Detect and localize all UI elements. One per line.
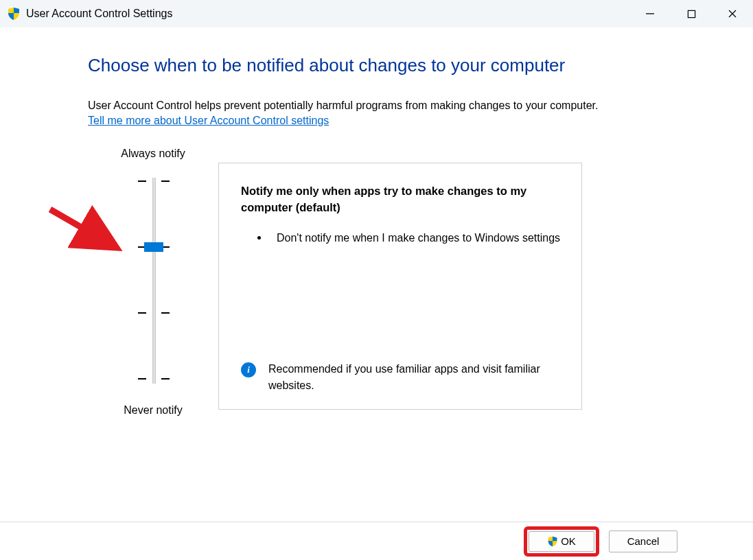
footer: OK Cancel	[0, 522, 753, 560]
maximize-button[interactable]	[671, 0, 712, 27]
info-bullet: Don't notify me when I make changes to W…	[257, 230, 561, 246]
shield-icon	[547, 536, 558, 547]
cancel-button[interactable]: Cancel	[609, 530, 677, 552]
learn-more-link[interactable]: Tell me more about User Account Control …	[88, 115, 329, 126]
titlebar: User Account Control Settings	[0, 0, 753, 27]
info-icon: i	[241, 362, 256, 377]
ok-button[interactable]: OK	[529, 531, 594, 552]
intro-text: User Account Control helps prevent poten…	[88, 97, 671, 115]
slider-thumb[interactable]	[144, 242, 163, 252]
cancel-button-label: Cancel	[627, 535, 660, 547]
ok-button-label: OK	[561, 535, 576, 547]
info-panel-title: Notify me only when apps try to make cha…	[241, 183, 561, 217]
ok-button-highlight: OK	[524, 526, 599, 557]
content-area: Choose when to be notified about changes…	[0, 27, 753, 430]
minimize-button[interactable]	[629, 0, 671, 27]
page-heading: Choose when to be notified about changes…	[88, 55, 671, 76]
close-button[interactable]	[712, 0, 753, 27]
slider-label-top: Always notify	[88, 148, 218, 171]
recommendation-text: Recommended if you use familiar apps and…	[268, 361, 561, 394]
svg-rect-1	[688, 10, 695, 17]
svg-line-5	[50, 209, 112, 245]
slider-label-bottom: Never notify	[88, 390, 218, 417]
window-title: User Account Control Settings	[26, 8, 172, 20]
shield-icon	[7, 7, 21, 21]
red-arrow-annotation	[43, 196, 126, 278]
notification-slider[interactable]	[119, 171, 187, 390]
info-panel: Notify me only when apps try to make cha…	[218, 163, 582, 410]
slider-column: Always notify Never notify	[88, 148, 218, 417]
